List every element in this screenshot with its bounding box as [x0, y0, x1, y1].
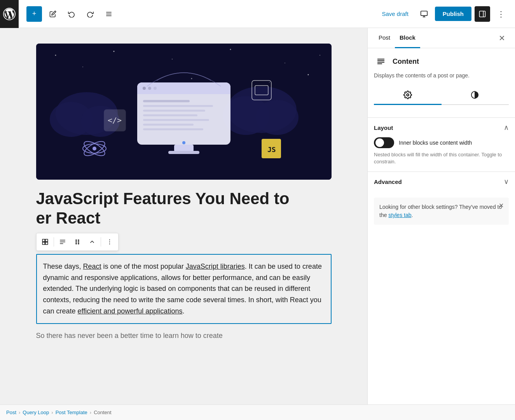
- svg-rect-28: [137, 89, 230, 94]
- main-toolbar: + Save draft Publi: [0, 0, 515, 28]
- svg-rect-37: [143, 124, 194, 126]
- move-up-button[interactable]: [85, 235, 99, 249]
- layout-section-header[interactable]: Layout ∧: [368, 118, 515, 137]
- tab-post[interactable]: Post: [374, 28, 395, 48]
- svg-rect-41: [168, 151, 199, 154]
- block-description: Displays the contents of a post or page.: [374, 72, 509, 80]
- svg-rect-53: [45, 239, 47, 242]
- svg-point-66: [109, 242, 110, 242]
- undo-icon: [68, 10, 75, 18]
- align-button[interactable]: [56, 235, 70, 249]
- svg-point-25: [256, 100, 299, 135]
- svg-point-61: [75, 242, 76, 242]
- svg-point-12: [113, 51, 114, 52]
- toggle-knob: [375, 138, 384, 147]
- view-button[interactable]: [416, 6, 432, 22]
- toggle-label: Inner blocks use content width: [399, 140, 472, 146]
- breadcrumb-sep-2: ›: [51, 410, 53, 415]
- post-body-text: These days, React is one of the most pop…: [43, 261, 325, 317]
- svg-rect-54: [42, 242, 45, 245]
- breadcrumb-bar: Post › Query Loop › Post Template › Cont…: [0, 404, 515, 420]
- svg-point-14: [230, 49, 231, 50]
- breadcrumb-post[interactable]: Post: [6, 410, 16, 415]
- svg-point-19: [191, 78, 192, 79]
- add-block-button[interactable]: +: [26, 6, 42, 22]
- svg-rect-38: [143, 128, 203, 130]
- more-options-button[interactable]: ⋮: [493, 6, 509, 22]
- svg-point-30: [148, 87, 151, 90]
- svg-point-31: [154, 87, 157, 90]
- info-box-text: Looking for other block settings? They'v…: [379, 204, 502, 218]
- breadcrumb-sep-1: ›: [19, 410, 20, 415]
- more-block-options-button[interactable]: [103, 235, 117, 249]
- breadcrumb-post-template[interactable]: Post Template: [56, 410, 87, 415]
- gear-icon: [403, 91, 412, 99]
- breadcrumb-query-loop[interactable]: Query Loop: [23, 410, 49, 415]
- svg-rect-40: [174, 145, 194, 152]
- svg-point-65: [109, 239, 110, 240]
- sidebar-tabs: Post Block ✕: [368, 28, 515, 48]
- post-title-line2: er React: [36, 209, 101, 227]
- svg-text:</>: </>: [107, 116, 121, 125]
- advanced-section-header[interactable]: Advanced ∨: [368, 172, 515, 191]
- editor-area: </> JS JavaScript: [0, 28, 367, 404]
- svg-rect-36: [143, 119, 209, 121]
- main-layout: </> JS JavaScript: [0, 28, 515, 404]
- redo-button[interactable]: [82, 6, 98, 22]
- info-box: ✕ Looking for other block settings? They…: [374, 198, 509, 225]
- svg-text:JS: JS: [267, 145, 276, 154]
- list-view-button[interactable]: [101, 6, 117, 22]
- svg-point-60: [78, 240, 79, 240]
- advanced-title: Advanced: [374, 178, 402, 185]
- svg-point-29: [143, 87, 146, 90]
- block-type-button[interactable]: [38, 235, 52, 249]
- block-name-label: Content: [393, 58, 419, 66]
- close-icon-small: ✕: [499, 202, 504, 209]
- post-body[interactable]: These days, React is one of the most pop…: [36, 254, 332, 324]
- align-icon: [59, 238, 66, 245]
- svg-rect-55: [45, 242, 47, 245]
- settings-tab[interactable]: [374, 86, 442, 105]
- save-draft-button[interactable]: Save draft: [377, 7, 413, 20]
- post-title[interactable]: JavaScript Features You Need to er React: [36, 189, 332, 228]
- edit-button[interactable]: [45, 6, 61, 22]
- drag-icon: [74, 238, 81, 245]
- chevron-up-icon: [89, 238, 96, 245]
- svg-point-17: [319, 55, 320, 56]
- svg-point-63: [75, 243, 76, 244]
- drag-handle-button[interactable]: [70, 235, 84, 249]
- js-libraries-link[interactable]: JavaScript libraries: [186, 262, 245, 270]
- publish-button[interactable]: Publish: [435, 7, 471, 21]
- breadcrumb-sep-3: ›: [90, 410, 91, 415]
- pencil-icon: [49, 10, 56, 18]
- styles-tab-link[interactable]: styles tab: [388, 212, 411, 218]
- editor-content: </> JS JavaScript: [36, 44, 332, 340]
- wp-logo: [0, 0, 19, 28]
- svg-point-62: [78, 242, 79, 242]
- breadcrumb-content: Content: [94, 410, 112, 415]
- advanced-section: Advanced ∨: [368, 172, 515, 191]
- close-sidebar-button[interactable]: ✕: [495, 31, 509, 45]
- svg-rect-35: [143, 114, 197, 116]
- svg-point-64: [78, 243, 79, 244]
- content-icon: [376, 57, 386, 66]
- sidebar-icon: [478, 10, 486, 18]
- list-view-icon: [105, 10, 112, 18]
- layout-icon: [42, 238, 49, 245]
- tab-block[interactable]: Block: [395, 28, 420, 48]
- svg-point-10: [55, 55, 56, 56]
- react-link[interactable]: React: [83, 262, 101, 270]
- info-box-close-button[interactable]: ✕: [496, 201, 506, 210]
- svg-point-16: [307, 74, 309, 75]
- layout-title: Layout: [374, 124, 393, 131]
- more-vertical-icon: [106, 238, 113, 245]
- efficient-apps-link[interactable]: efficient and powerful applications: [78, 307, 183, 315]
- plus-icon: +: [32, 10, 37, 18]
- svg-point-13: [172, 59, 173, 60]
- content-width-toggle[interactable]: [374, 137, 394, 148]
- undo-button[interactable]: [64, 6, 79, 22]
- toggle-sidebar-button[interactable]: [475, 6, 490, 22]
- style-tab[interactable]: [442, 86, 509, 105]
- svg-point-18: [269, 82, 270, 83]
- block-toolbar: [36, 233, 119, 251]
